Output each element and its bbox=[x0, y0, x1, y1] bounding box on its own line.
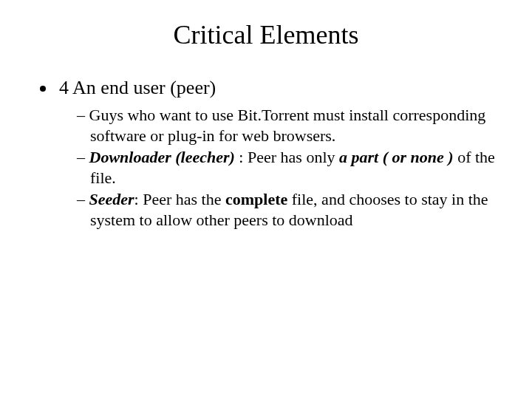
sub-item-2-downloader: Downloader (leecher) bbox=[89, 148, 235, 166]
slide-title: Critical Elements bbox=[30, 19, 502, 50]
sub-item-1: Guys who want to use Bit.Torrent must in… bbox=[77, 105, 502, 146]
sub-item-2-colon: : Peer has only bbox=[235, 148, 339, 166]
sub-item-3: Seeder: Peer has the complete file, and … bbox=[77, 189, 502, 230]
sub-item-3-seeder: Seeder bbox=[89, 190, 134, 208]
sub-item-3-complete: complete bbox=[225, 190, 287, 208]
bullet-item-1-text: 4 An end user (peer) bbox=[59, 77, 216, 98]
sub-item-2: Downloader (leecher) : Peer has only a p… bbox=[77, 147, 502, 188]
sub-item-2-part: a part ( or none ) bbox=[339, 148, 454, 166]
bullet-list-level2: Guys who want to use Bit.Torrent must in… bbox=[77, 105, 502, 230]
bullet-list-level1: 4 An end user (peer) Guys who want to us… bbox=[56, 77, 502, 230]
bullet-item-1: 4 An end user (peer) Guys who want to us… bbox=[56, 77, 502, 230]
sub-item-1-text: Guys who want to use Bit.Torrent must in… bbox=[89, 106, 486, 145]
sub-item-3-colon: : Peer has the bbox=[134, 190, 225, 208]
